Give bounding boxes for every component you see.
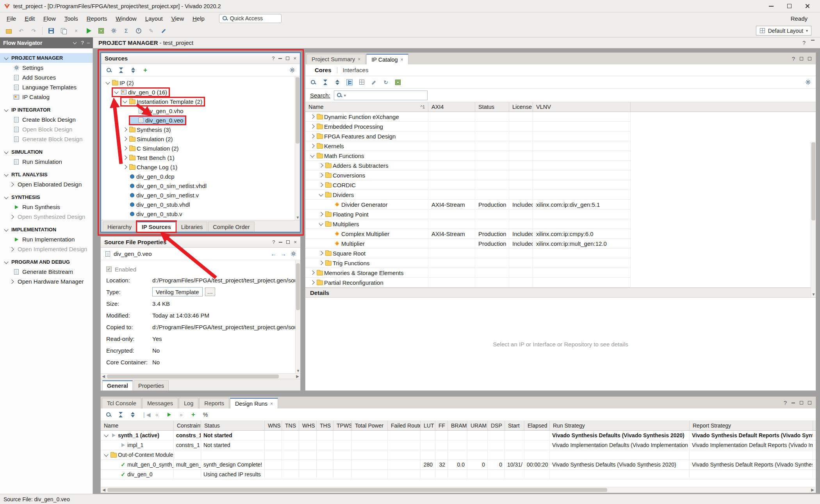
flow-section-ip-integrator[interactable]: IP INTEGRATOR [0,105,93,115]
redo-button[interactable]: ↷ [28,25,39,36]
scrollbar-thumb[interactable] [107,488,607,492]
horizontal-scrollbar[interactable]: ◀ ▶ [101,373,300,379]
tree-node[interactable]: div_gen_0.veo [130,117,185,124]
column-header-total-power[interactable]: Total Power [352,421,388,430]
catalog-row-divider-generator[interactable]: Divider GeneratorAXI4-StreamProductionIn… [305,200,631,209]
collapse-icon[interactable] [811,40,815,41]
column-header-start[interactable]: Start [505,421,524,430]
column-header-wns[interactable]: WNS [265,421,282,430]
expander-icon[interactable] [103,452,109,458]
column-header-elapsed[interactable]: Elapsed [524,421,550,430]
source-tree-item-div-gen-0-sim-netlist-vhdl[interactable]: div_gen_0_sim_netlist.vhdl [101,181,300,190]
back-icon[interactable]: ← [271,250,276,257]
source-tree-item-simulation-2[interactable]: Simulation (2) [101,134,300,144]
source-tree-item-c-simulation-2[interactable]: C Simulation (2) [101,144,300,153]
flow-section-simulation[interactable]: SIMULATION [0,147,93,157]
tree-node[interactable]: div_gen_0.dcp [121,173,176,180]
float-icon[interactable] [800,57,803,60]
help-icon[interactable]: ? [802,40,806,46]
type-combo[interactable]: Verilog Template [152,287,203,296]
catalog-row-dynamic-function-exchange[interactable]: Dynamic Function eXchange [305,112,631,122]
run-row-impl-1[interactable]: impl_1constrs_1Not startedVivado Impleme… [101,440,816,450]
minimize-icon[interactable] [278,58,282,59]
column-header-tpws[interactable]: TPWS [333,421,352,430]
tree-node[interactable]: div_gen_0_stub.vhdl [121,201,192,208]
help-icon[interactable]: ? [272,239,275,245]
minimize-icon[interactable] [279,242,282,243]
tab-ip-catalog[interactable]: IP Catalog× [366,54,408,64]
search-icon[interactable] [310,79,316,85]
search-icon[interactable] [106,67,112,73]
tree-node[interactable]: div_gen_0.vho [130,107,185,115]
catalog-row-multipliers[interactable]: Multipliers [305,219,631,229]
column-header-dsp[interactable]: DSP [488,421,505,430]
flow-item-open-synthesized-design[interactable]: Open Synthesized Design [0,212,93,222]
flow-item-create-block-design[interactable]: Create Block Design [0,115,93,124]
column-header-whs[interactable]: WHS [299,421,317,430]
flow-item-run-implementation[interactable]: Run Implementation [0,234,93,244]
scrollbar-thumb[interactable] [296,263,300,310]
tab-tcl-console[interactable]: Tcl Console [102,398,141,408]
view-tab-cores[interactable]: Cores [311,65,335,75]
tab-design-runs[interactable]: Design Runs× [230,398,278,408]
flow-item-language-templates[interactable]: Language Templates [0,82,93,92]
scroll-down-icon[interactable]: ▼ [811,292,816,297]
tree-node[interactable]: IP (2) [104,79,135,87]
tree-node[interactable]: div_gen_0 (16) [113,89,169,96]
minimize-icon[interactable] [791,403,795,403]
source-tree-item-div-gen-0-dcp[interactable]: div_gen_0.dcp [101,172,300,181]
scroll-down-icon[interactable]: ▼ [295,215,300,220]
flow-item-open-elaborated-design[interactable]: Open Elaborated Design [0,179,93,189]
flow-item-add-sources[interactable]: Add Sources [0,73,93,82]
expand-all-icon[interactable] [130,412,136,418]
catalog-row-partial-reconfiguration[interactable]: Partial Reconfiguration [305,278,631,287]
tab-general[interactable]: General [102,380,133,390]
run-row-div-gen-0[interactable]: ✓div_gen_0Using cached IP results [101,470,816,479]
catalog-row-math-functions[interactable]: Math Functions [305,151,631,161]
expander-icon[interactable] [122,126,128,133]
sources-panel-header[interactable]: Sources ? × [101,53,300,64]
catalog-row-memories-storage-elements[interactable]: Memories & Storage Elements [305,268,631,278]
menu-window[interactable]: Window [111,14,141,23]
column-header-uram[interactable]: URAM [467,421,488,430]
run-row-mult-gen-0-synth-1[interactable]: ✓mult_gen_0_synth_1mult_gen_0synth_desig… [101,460,816,470]
scroll-down-icon[interactable]: ▼ [296,368,300,373]
scrollbar-thumb[interactable] [107,374,279,378]
scrollbar-thumb[interactable] [296,77,299,144]
tree-node[interactable]: div_gen_0_sim_netlist.v [121,192,200,199]
catalog-row-floating-point[interactable]: Floating Point [305,209,631,219]
help-icon[interactable]: ? [81,40,84,46]
settings-gear-icon[interactable] [289,67,295,73]
catalog-row-fpga-features-and-design[interactable]: FPGA Features and Design [305,131,631,141]
flow-item-run-simulation[interactable]: Run Simulation [0,157,93,167]
float-icon[interactable] [286,57,289,60]
tab-project-summary[interactable]: Project Summary× [307,54,365,64]
column-header-vlnv[interactable]: VLNV [533,102,631,112]
percent-icon[interactable]: % [202,412,209,418]
expander-icon[interactable] [105,80,111,86]
expander-icon[interactable] [318,192,324,198]
settings-gear-icon[interactable] [290,251,296,257]
catalog-row-dividers[interactable]: Dividers [305,190,631,200]
tree-node[interactable]: div_gen_0_sim_netlist.vhdl [121,182,208,190]
tree-node[interactable]: C Simulation (2) [121,145,180,152]
quick-access-input[interactable]: Quick Access [219,14,282,23]
horizontal-scrollbar[interactable]: ◀ ▶ [101,487,815,492]
tab-hierarchy[interactable]: Hierarchy [103,222,136,232]
menu-edit[interactable]: Edit [20,14,39,23]
expander-icon[interactable] [113,89,119,95]
catalog-row-complex-multiplier[interactable]: Complex MultiplierAXI4-StreamProductionI… [305,229,631,239]
expander-icon[interactable] [309,153,316,159]
column-header-report-strategy[interactable]: Report Strategy [690,421,813,430]
source-tree-item-ip-2[interactable]: IP (2) [101,78,300,87]
column-header-axi4[interactable]: AXI4 [428,102,475,112]
column-header-ff[interactable]: FF [435,421,448,430]
close-button[interactable] [798,0,816,12]
help-icon[interactable]: ? [784,399,787,406]
minimize-button[interactable] [762,0,780,12]
source-tree-item-div-gen-0-stub-vhdl[interactable]: div_gen_0_stub.vhdl [101,200,300,209]
close-tab-icon[interactable]: × [358,57,360,62]
minimize-panel-icon[interactable]: – [87,40,90,46]
view-tab-interfaces[interactable]: Interfaces [339,65,373,75]
open-project-button[interactable] [3,25,14,36]
